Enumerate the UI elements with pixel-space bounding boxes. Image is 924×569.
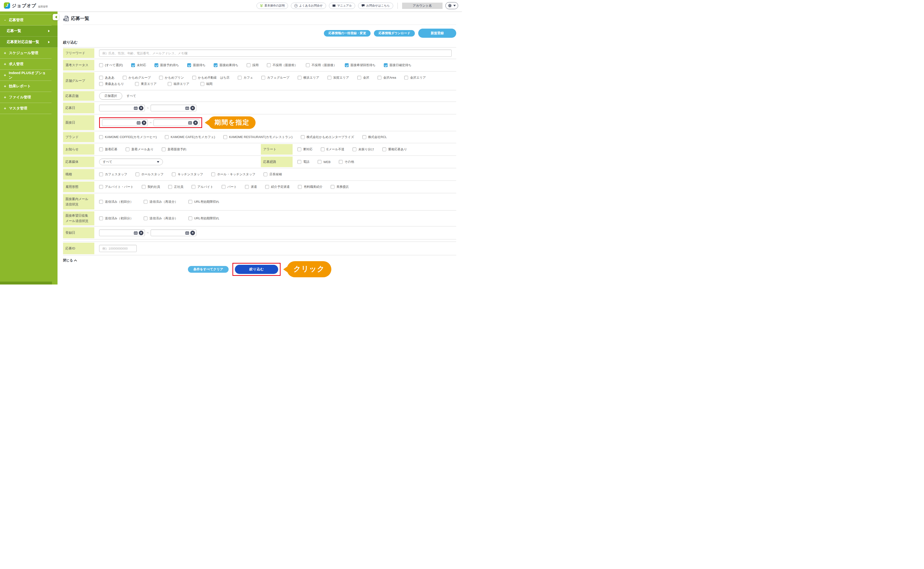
checkbox-option[interactable]: 面接日確定待ち <box>384 63 412 67</box>
checkbox[interactable] <box>188 200 192 204</box>
checkbox-option[interactable]: あああ <box>99 76 114 80</box>
checkbox-option[interactable]: 送信済み（再送分） <box>144 216 178 221</box>
checkbox[interactable] <box>99 148 103 151</box>
checkbox-option[interactable]: 電話 <box>297 160 310 164</box>
bulk-register-button[interactable]: 応募情報の一括登録・変更 <box>324 30 371 37</box>
sidebar-item-master-management[interactable]: + マスタ管理 <box>0 103 52 114</box>
checkbox-option[interactable]: 株式会社かもめエンタープライズ <box>301 135 354 139</box>
checkbox-option[interactable]: 新着面接予約 <box>162 147 186 152</box>
checkbox-option[interactable]: 青森あおもり <box>99 82 124 86</box>
clear-date-icon[interactable]: × <box>139 106 143 110</box>
checkbox[interactable] <box>267 63 271 67</box>
checkbox-option[interactable]: 紹介予定派遣 <box>265 185 290 189</box>
checkbox[interactable] <box>306 63 310 67</box>
app-logo[interactable]: J ジョブオプ 採用管理 <box>4 2 48 9</box>
apply-date-to-input[interactable]: × <box>151 105 196 111</box>
checkbox[interactable] <box>345 63 349 67</box>
checkbox-option[interactable]: ホールスタッフ <box>136 172 164 176</box>
calendar-icon[interactable] <box>185 106 189 110</box>
checkbox-option[interactable]: 株式会社RCL <box>362 135 387 139</box>
checkbox[interactable] <box>144 216 148 220</box>
checkbox-option[interactable]: 店長候補 <box>264 172 282 176</box>
checkbox-option[interactable]: KAMOME COFFEE(カモメコーヒー) <box>99 135 157 139</box>
checkbox-option[interactable]: Eメール不達 <box>321 147 344 152</box>
checkbox[interactable] <box>187 63 191 67</box>
checkbox[interactable] <box>144 200 148 204</box>
checkbox-option[interactable]: 面接待ち <box>187 63 206 67</box>
checkbox[interactable] <box>172 172 176 176</box>
checkbox-option[interactable]: キッチンスタッフ <box>172 172 203 176</box>
checkbox-option[interactable]: 派遣 <box>245 185 257 189</box>
checkbox[interactable] <box>298 185 302 189</box>
checkbox-option[interactable]: (すべて選択) <box>99 63 123 67</box>
checkbox[interactable] <box>378 76 381 80</box>
checkbox[interactable] <box>123 76 127 80</box>
checkbox[interactable] <box>211 172 215 176</box>
checkbox[interactable] <box>384 63 388 67</box>
checkbox[interactable] <box>99 200 103 204</box>
settings-menu-button[interactable] <box>445 2 458 9</box>
clear-date-icon[interactable]: × <box>139 231 143 235</box>
sidebar-item-file-management[interactable]: + ファイル管理 <box>0 92 52 103</box>
apply-date-from-input[interactable]: × <box>99 105 145 111</box>
checkbox[interactable] <box>222 185 226 189</box>
clear-date-icon[interactable]: × <box>193 120 198 125</box>
checkbox[interactable] <box>264 172 267 176</box>
clear-date-icon[interactable]: × <box>142 120 146 125</box>
calendar-icon[interactable] <box>185 231 189 235</box>
checkbox-option[interactable]: ホール・キッチンスタッフ <box>211 172 255 176</box>
sidebar-item-effect-report[interactable]: + 効果レポート <box>0 81 52 92</box>
contact-button[interactable]: お問合せはこちら <box>358 3 393 9</box>
checkbox[interactable] <box>238 76 242 80</box>
checkbox[interactable] <box>142 185 146 189</box>
checkbox[interactable] <box>261 76 265 80</box>
calendar-icon[interactable] <box>134 106 138 110</box>
checkbox-option[interactable]: KAMOME RESTAURANT(カモメレストラン) <box>223 135 293 139</box>
checkbox-option[interactable]: 契約社員 <box>142 185 160 189</box>
checkbox[interactable] <box>357 76 361 80</box>
checkbox[interactable] <box>99 135 103 139</box>
checkbox[interactable] <box>298 76 302 80</box>
checkbox-option[interactable]: 面接希望回答待ち <box>345 63 376 67</box>
checkbox[interactable] <box>297 148 301 151</box>
sidebar-item-stores-needing-response[interactable]: 応募要対応店舗一覧 <box>0 37 58 48</box>
checkbox-option[interactable]: 業務委託 <box>331 185 349 189</box>
freeword-input[interactable] <box>99 50 452 57</box>
checkbox[interactable] <box>162 148 166 151</box>
checkbox-option[interactable]: 要対応 <box>297 147 313 152</box>
checkbox[interactable] <box>331 185 334 189</box>
checkbox-option[interactable]: 採用 <box>247 63 259 67</box>
checkbox-option[interactable]: カフェ <box>238 76 253 80</box>
checkbox[interactable] <box>168 185 172 189</box>
checkbox[interactable] <box>99 185 103 189</box>
manual-button[interactable]: マニュアル <box>329 3 355 9</box>
clear-date-icon[interactable]: × <box>190 231 195 235</box>
checkbox[interactable] <box>192 76 196 80</box>
checkbox-option[interactable]: その他 <box>339 160 354 164</box>
checkbox-option[interactable]: アルバイト・パート <box>99 185 134 189</box>
checkbox-option[interactable]: 未対応 <box>131 63 146 67</box>
checkbox-option[interactable]: 横浜エリア <box>298 76 319 80</box>
checkbox[interactable] <box>99 63 103 67</box>
checkbox-option[interactable]: 送信済み（初回分） <box>99 216 133 221</box>
close-filter-link[interactable]: 閉じる <box>63 258 76 263</box>
checkbox[interactable] <box>213 63 218 67</box>
checkbox[interactable] <box>165 135 169 139</box>
checkbox[interactable] <box>362 135 366 139</box>
checkbox-option[interactable]: 加賀エリア <box>328 76 349 80</box>
checkbox-option[interactable]: カフェスタッフ <box>99 172 127 176</box>
checkbox-option[interactable]: 正社員 <box>168 185 183 189</box>
checkbox-option[interactable]: アルバイト <box>192 185 213 189</box>
checkbox-option[interactable]: WEB <box>318 160 331 164</box>
checkbox-option[interactable]: 金沢Area <box>378 76 396 80</box>
checkbox[interactable] <box>126 148 130 151</box>
store-select-button[interactable]: 店舗選択 <box>99 92 122 100</box>
checkbox[interactable] <box>200 82 204 86</box>
checkbox-option[interactable]: 有料職業紹介 <box>298 185 322 189</box>
checkbox-option[interactable]: 面接予約待ち <box>154 63 179 67</box>
media-select[interactable]: すべて <box>99 158 163 165</box>
checkbox-option[interactable]: URL有効期限切れ <box>188 199 219 204</box>
sidebar-item-indeed-plus-option[interactable]: + Indeed PLUSオプション <box>0 70 52 81</box>
checkbox-option[interactable]: 不採用（面接後） <box>306 63 337 67</box>
interview-date-from-input[interactable]: × <box>102 119 148 126</box>
